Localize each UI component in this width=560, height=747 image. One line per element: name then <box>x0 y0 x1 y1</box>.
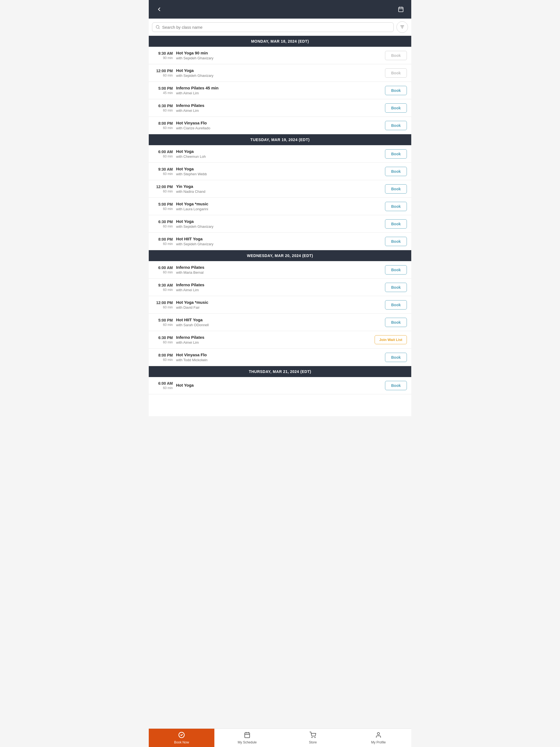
book-button[interactable]: Book <box>385 149 407 159</box>
day-header-1: TUESDAY, MAR 19, 2024 (EDT) <box>149 134 411 145</box>
class-instructor: with Sepideh Ghavizary <box>176 56 382 60</box>
filter-icon <box>400 25 405 29</box>
class-name: Hot HIIT Yoga <box>176 317 382 322</box>
class-duration: 60 min <box>153 358 173 362</box>
book-button[interactable]: Book <box>385 219 407 229</box>
nav-item-book-now[interactable]: Book Now <box>149 729 214 747</box>
book-button[interactable]: Book <box>385 300 407 310</box>
class-instructor: with Sepideh Ghavizary <box>176 74 382 78</box>
class-instructor: with Laura Longarini <box>176 207 382 211</box>
class-name: Hot Yoga *music <box>176 300 382 305</box>
class-time-main: 6:00 AM <box>153 381 173 386</box>
book-button[interactable]: Book <box>385 86 407 95</box>
class-time-main: 8:00 PM <box>153 353 173 357</box>
nav-label-my-schedule: My Schedule <box>238 741 256 744</box>
book-button[interactable]: Book <box>385 167 407 176</box>
app-header <box>149 0 411 19</box>
book-button[interactable]: Book <box>385 283 407 292</box>
calendar-button[interactable] <box>396 4 406 15</box>
svg-point-16 <box>377 732 380 735</box>
class-instructor: with Aimei Lim <box>176 91 382 95</box>
class-time-main: 6:30 PM <box>153 104 173 108</box>
class-time: 6:00 AM60 min <box>153 265 173 274</box>
book-button[interactable]: Book <box>385 202 407 211</box>
svg-point-15 <box>315 737 315 738</box>
class-time: 6:30 PM60 min <box>153 220 173 228</box>
class-name: Yin Yoga <box>176 184 382 189</box>
class-info: Hot Yogawith Sepideh Ghavizary <box>176 68 382 78</box>
class-info: Hot Yogawith Cheemun Loh <box>176 149 382 159</box>
filter-button[interactable] <box>397 21 408 33</box>
my-profile-icon <box>375 732 382 739</box>
class-instructor: with Sarah ODonnell <box>176 323 382 327</box>
class-info: Hot HIIT Yogawith Sepideh Ghavizary <box>176 236 382 246</box>
class-row: 9:30 AM60 minInferno Pilateswith Aimei L… <box>149 279 411 296</box>
class-duration: 60 min <box>153 189 173 193</box>
class-time-main: 6:00 AM <box>153 265 173 270</box>
class-info: Hot Vinyasa Flowith Todd Mickolwin <box>176 353 382 362</box>
class-duration: 60 min <box>153 108 173 112</box>
book-button[interactable]: Book <box>385 237 407 246</box>
class-time-main: 9:30 AM <box>153 167 173 172</box>
class-row: 12:00 PM60 minYin Yogawith Nadira ChandB… <box>149 180 411 198</box>
class-time: 6:30 PM60 min <box>153 335 173 344</box>
svg-rect-0 <box>399 7 403 12</box>
book-button-disabled: Book <box>385 51 407 60</box>
class-time-main: 12:00 PM <box>153 301 173 305</box>
book-button[interactable]: Book <box>385 184 407 194</box>
book-now-icon <box>178 732 185 739</box>
class-duration: 60 min <box>153 305 173 309</box>
class-name: Hot Yoga 90 min <box>176 51 382 55</box>
nav-item-my-profile[interactable]: My Profile <box>346 729 411 747</box>
nav-item-my-schedule[interactable]: My Schedule <box>214 729 280 747</box>
class-time: 8:00 PM60 min <box>153 353 173 362</box>
class-instructor: with Aimei Lim <box>176 288 382 292</box>
class-instructor: with Cheemun Loh <box>176 154 382 159</box>
class-info: Hot Yoga *musicwith David Fair <box>176 300 382 310</box>
class-info: Inferno Pilateswith Aimei Lim <box>176 282 382 292</box>
class-instructor: with Stephen Webb <box>176 172 382 176</box>
nav-item-store[interactable]: Store <box>280 729 346 747</box>
search-container <box>149 19 411 36</box>
svg-line-5 <box>159 28 159 29</box>
class-info: Inferno Pilates 45 minwith Aimei Lim <box>176 85 382 95</box>
class-duration: 60 min <box>153 154 173 158</box>
class-row: 5:00 PM60 minHot Yoga *musicwith Laura L… <box>149 198 411 215</box>
search-input-wrapper <box>152 22 394 32</box>
class-time-main: 8:00 PM <box>153 121 173 126</box>
class-instructor: with Aimei Lim <box>176 340 371 344</box>
book-button-disabled: Book <box>385 68 407 78</box>
class-info: Hot HIIT Yogawith Sarah ODonnell <box>176 317 382 327</box>
book-button[interactable]: Book <box>385 318 407 327</box>
book-button[interactable]: Book <box>385 381 407 390</box>
class-time: 6:30 PM60 min <box>153 104 173 112</box>
book-button[interactable]: Book <box>385 353 407 362</box>
class-time: 12:00 PM60 min <box>153 301 173 309</box>
class-time-main: 9:30 AM <box>153 283 173 287</box>
class-time: 5:00 PM60 min <box>153 202 173 211</box>
store-icon <box>309 732 316 739</box>
class-time-main: 6:30 PM <box>153 335 173 340</box>
class-info: Hot Yoga <box>176 383 382 388</box>
svg-rect-10 <box>245 733 250 738</box>
back-button[interactable] <box>154 4 164 15</box>
book-button[interactable]: Book <box>385 265 407 275</box>
my-schedule-icon <box>244 732 251 739</box>
waitlist-button[interactable]: Join Wait List <box>375 335 407 344</box>
class-duration: 60 min <box>153 323 173 327</box>
class-instructor: with Maria Bernal <box>176 271 382 275</box>
class-instructor: with Aimei Lim <box>176 108 382 113</box>
class-instructor: with Todd Mickolwin <box>176 358 382 362</box>
class-row: 8:00 PM60 minHot Vinyasa Flowith Todd Mi… <box>149 349 411 366</box>
class-duration: 60 min <box>153 207 173 211</box>
class-info: Yin Yogawith Nadira Chand <box>176 184 382 194</box>
search-input[interactable] <box>162 25 390 29</box>
class-info: Hot Yoga 90 minwith Sepideh Ghavizary <box>176 51 382 60</box>
book-button[interactable]: Book <box>385 103 407 113</box>
class-time-main: 9:30 AM <box>153 51 173 55</box>
class-time: 12:00 PM60 min <box>153 69 173 77</box>
class-instructor: with Sepideh Ghavizary <box>176 225 382 229</box>
class-row: 6:30 PM60 minHot Yogawith Sepideh Ghaviz… <box>149 215 411 233</box>
class-time: 9:30 AM60 min <box>153 283 173 292</box>
book-button[interactable]: Book <box>385 121 407 130</box>
